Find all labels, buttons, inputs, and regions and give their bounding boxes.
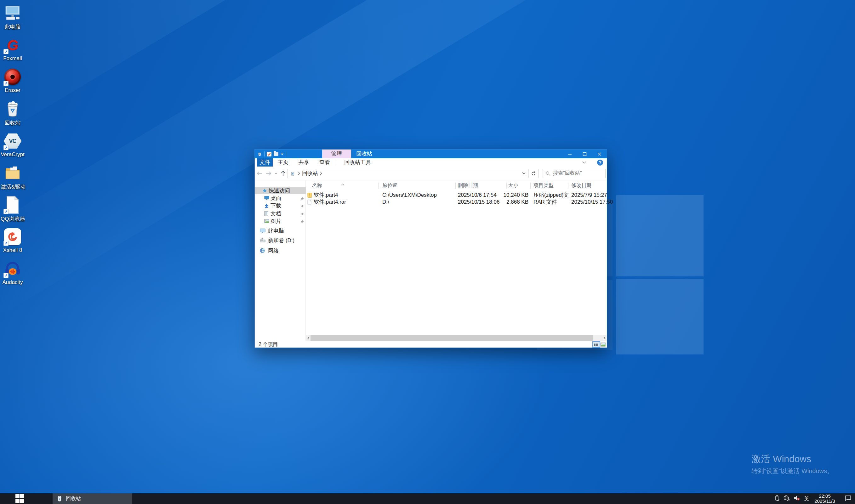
menu-divider — [337, 160, 337, 165]
sidebar-item-documents[interactable]: 文档 — [255, 210, 306, 217]
shortcut-arrow-icon: ↗ — [3, 49, 8, 54]
speaker-muted-icon[interactable] — [794, 495, 800, 502]
column-header-type[interactable]: 项目类型 — [533, 180, 554, 191]
address-recycle-bin-icon — [290, 170, 296, 176]
network-no-internet-icon[interactable] — [784, 495, 789, 502]
desktop-icon-veracrypt[interactable]: VC ↗ VeraCrypt — [1, 131, 24, 158]
column-separator[interactable] — [530, 183, 531, 188]
back-button[interactable] — [255, 171, 264, 176]
sidebar-item-this-pc[interactable]: 此电脑 — [255, 227, 306, 235]
qat-properties-icon[interactable] — [267, 152, 271, 157]
search-placeholder: 搜索"回收站" — [553, 170, 582, 177]
sidebar-item-downloads[interactable]: 下载 — [255, 202, 306, 209]
breadcrumb-recycle-bin[interactable]: 回收站 — [300, 170, 320, 177]
address-bar[interactable]: 回收站 — [287, 169, 538, 178]
column-header-size[interactable]: 大小 — [508, 180, 518, 191]
taskbar-clock[interactable]: 22:05 2025/11/3 — [813, 493, 836, 504]
cell-location: C:\Users\LXM\Desktop — [382, 192, 437, 199]
thumbnails-view-button[interactable] — [599, 341, 607, 347]
qat-new-folder-icon[interactable] — [274, 152, 279, 156]
status-bar: 2 个项目 — [255, 341, 607, 347]
close-button[interactable] — [592, 149, 607, 158]
desktop: 此电脑 G ↗ Foxmail ↗ Eraser 回收站 VC ↗ VeraCr… — [0, 0, 855, 504]
breadcrumb-chevron-icon[interactable] — [298, 172, 300, 175]
taskbar-recycle-bin-button[interactable]: 回收站 — [53, 493, 132, 504]
file-row[interactable]: 软件.part4 C:\Users\LXM\Desktop 2025/10/6 … — [306, 192, 607, 199]
minimize-button[interactable] — [563, 149, 577, 158]
this-pc-mini-icon — [260, 229, 266, 233]
scroll-right-icon[interactable] — [602, 335, 607, 341]
window-recycle-bin-icon — [257, 151, 262, 157]
wallpaper-light-beam — [0, 0, 837, 151]
desktop-icon-recycle-bin[interactable]: 回收站 — [1, 99, 24, 127]
pin-icon — [300, 211, 304, 218]
item-count: 2 个项目 — [259, 341, 278, 347]
sidebar-item-quick-access[interactable]: 快速访问 — [255, 187, 306, 194]
recycle-bin-icon — [3, 99, 22, 119]
cell-type: 压缩(zipped)文件... — [533, 192, 569, 199]
ribbon-tabs: 文件 主页 共享 查看 回收站工具 ? — [255, 158, 607, 166]
desktop-icon-label: Xshell 8 — [1, 247, 24, 253]
wallpaper-logo-pane — [616, 195, 703, 276]
desktop-icon-label: 回收站 — [1, 119, 24, 127]
scrollbar-thumb[interactable] — [310, 335, 593, 341]
usb-device-icon[interactable] — [775, 495, 780, 502]
eraser-icon: ↗ — [3, 67, 22, 87]
tab-view[interactable]: 查看 — [314, 158, 335, 166]
ime-indicator[interactable]: 英 — [804, 496, 809, 502]
desktop-icon-label: Audacity — [1, 279, 24, 286]
sidebar-item-network[interactable]: 网络 — [255, 247, 306, 254]
pin-icon — [300, 203, 304, 210]
desktop-icon-xshell[interactable]: ↗ Xshell 8 — [1, 227, 24, 253]
desktop-icon-this-pc[interactable]: 此电脑 — [1, 3, 24, 31]
menu-file[interactable]: 文件 — [257, 158, 273, 166]
recent-locations-chevron-icon[interactable] — [273, 173, 279, 175]
search-input[interactable]: 搜索"回收站" — [542, 169, 606, 178]
cell-name[interactable]: 软件.part4 — [314, 192, 338, 199]
tab-manage[interactable]: 管理 — [322, 149, 351, 158]
address-dropdown-chevron-icon[interactable] — [519, 169, 529, 178]
column-separator[interactable] — [568, 183, 568, 188]
drive-lock-icon — [260, 238, 266, 243]
sidebar-item-drive-d[interactable]: 新加卷 (D:) — [255, 236, 306, 244]
sidebar-item-desktop[interactable]: 桌面 — [255, 194, 306, 202]
desktop-icon-qq-browser[interactable]: ↗ QQ浏览器 — [1, 195, 24, 222]
tab-share[interactable]: 共享 — [293, 158, 314, 166]
forward-button[interactable] — [264, 171, 273, 176]
tab-recycle-bin-tools[interactable]: 回收站工具 — [339, 158, 376, 166]
up-button[interactable] — [279, 170, 287, 176]
maximize-button[interactable] — [577, 149, 592, 158]
breadcrumb-chevron-icon[interactable] — [320, 172, 322, 175]
horizontal-scrollbar[interactable] — [306, 335, 607, 341]
sidebar-item-pictures[interactable]: 图片 — [255, 217, 306, 225]
desktop-icon-audacity[interactable]: ↗ Audacity — [1, 259, 24, 286]
action-center-icon[interactable] — [845, 495, 851, 502]
pin-icon — [300, 196, 304, 202]
start-button[interactable] — [0, 493, 39, 504]
tab-home[interactable]: 主页 — [273, 158, 293, 166]
cell-deleted: 2025/10/6 17:54 — [458, 192, 497, 199]
column-header-location[interactable]: 原位置 — [382, 180, 397, 191]
help-icon[interactable]: ? — [597, 160, 603, 166]
refresh-icon[interactable] — [529, 169, 538, 178]
ribbon-collapse-chevron-icon[interactable] — [582, 161, 586, 164]
cell-size: 2,868 KB — [495, 199, 529, 205]
desktop-icon-eraser[interactable]: ↗ Eraser — [1, 67, 24, 93]
column-header-name[interactable]: 名称 — [312, 180, 322, 191]
desktop-icon-label: QQ浏览器 — [1, 215, 24, 222]
column-separator[interactable] — [378, 183, 378, 188]
column-header-deleted[interactable]: 删除日期 — [458, 180, 478, 191]
status-divider — [278, 342, 278, 347]
desktop-icon-foxmail[interactable]: G ↗ Foxmail — [1, 35, 24, 62]
recycle-bin-small-icon — [56, 495, 63, 502]
titlebar[interactable]: 管理 回收站 — [255, 149, 607, 158]
cell-name[interactable]: 软件.part4.rar — [314, 199, 346, 205]
scroll-left-icon[interactable] — [306, 335, 310, 341]
qat-customize-chevron-icon[interactable] — [281, 153, 284, 155]
explorer-content: 快速访问 桌面 下载 — [255, 180, 607, 341]
column-separator[interactable] — [506, 183, 507, 188]
desktop-icon-folder-activation[interactable]: 激活&驱动 — [1, 163, 24, 191]
foxmail-icon: G ↗ — [3, 35, 22, 55]
file-row[interactable]: 软件.part4.rar D:\ 2025/10/15 18:06 2,868 … — [306, 199, 607, 205]
column-header-modified[interactable]: 修改日期 — [571, 180, 591, 191]
